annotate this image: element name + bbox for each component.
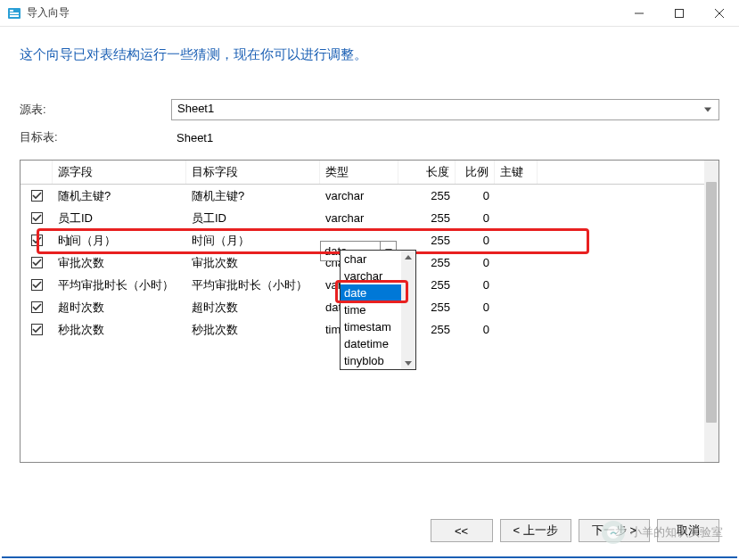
field-mapping-table: 源字段 目标字段 类型 长度 比例 主键 随机主键?随机主键?varchar25… [20, 160, 719, 463]
svg-rect-1 [10, 10, 13, 12]
header-pk[interactable]: 主键 [495, 161, 538, 184]
scrollbar-thumb[interactable] [706, 182, 717, 423]
svg-rect-5 [675, 10, 683, 18]
cell-target[interactable]: 审批次数 [186, 255, 320, 271]
scroll-down-icon[interactable] [401, 357, 415, 369]
table-scrollbar[interactable] [704, 161, 718, 462]
row-checkbox[interactable] [31, 257, 43, 268]
cell-source[interactable]: 审批次数 [53, 255, 186, 271]
cell-source[interactable]: 员工ID [53, 210, 186, 226]
cell-scale[interactable]: 0 [456, 323, 495, 336]
cell-target[interactable]: 随机主键? [186, 188, 320, 204]
row-checkbox[interactable] [31, 279, 43, 291]
source-table-label: 源表: [20, 102, 171, 118]
cell-source[interactable]: 秒批次数 [53, 322, 186, 338]
row-checkbox[interactable] [31, 212, 43, 224]
minimize-button[interactable] [619, 0, 659, 27]
cell-source[interactable]: 平均审批时长（小时） [53, 277, 186, 293]
cell-length[interactable]: 255 [398, 189, 456, 202]
window-title: 导入向导 [27, 5, 70, 21]
type-dropdown-list[interactable]: charvarchardatetimetimestamdatetimetinyb… [340, 250, 416, 370]
row-checkbox[interactable] [31, 301, 43, 313]
titlebar: 导入向导 [0, 0, 739, 27]
bottom-accent-border [2, 556, 737, 558]
cell-length[interactable]: 255 [398, 234, 456, 247]
app-icon [7, 6, 21, 21]
first-button[interactable]: << [431, 519, 493, 542]
cell-length[interactable]: 255 [398, 211, 456, 225]
cell-source[interactable]: 超时次数 [53, 300, 186, 316]
row-checkbox[interactable] [31, 190, 43, 202]
table-row[interactable]: 时间（月）时间（月）date2550 [21, 229, 718, 251]
target-table-value: Sheet1 [171, 131, 213, 144]
row-checkbox[interactable] [31, 324, 43, 335]
source-table-value: Sheet1 [177, 102, 214, 115]
cell-type[interactable]: varchar [320, 211, 398, 225]
cell-scale[interactable]: 0 [456, 278, 495, 292]
cell-target[interactable]: 超时次数 [186, 300, 320, 316]
header-target-field[interactable]: 目标字段 [186, 161, 320, 184]
watermark-text: 小羊的知识实验室 [630, 524, 723, 540]
watermark: 小羊的知识实验室 [602, 521, 723, 544]
cell-source[interactable]: 时间（月） [53, 233, 186, 249]
maximize-button[interactable] [659, 0, 699, 27]
close-button[interactable] [699, 0, 739, 27]
cell-scale[interactable]: 0 [456, 189, 495, 202]
cell-target[interactable]: 秒批次数 [186, 322, 320, 338]
instruction-text: 这个向导已对表结构运行一些猜测，现在你可以进行调整。 [20, 46, 719, 63]
svg-rect-3 [10, 15, 19, 17]
row-checkbox[interactable] [31, 235, 43, 246]
header-length[interactable]: 长度 [398, 161, 456, 184]
cell-target[interactable]: 员工ID [186, 210, 320, 226]
table-header: 源字段 目标字段 类型 长度 比例 主键 [21, 161, 718, 185]
header-scale[interactable]: 比例 [456, 161, 495, 184]
dropdown-scrollbar[interactable] [401, 251, 415, 369]
cell-target[interactable]: 平均审批时长（小时） [186, 277, 320, 293]
table-row[interactable]: 员工ID员工IDvarchar2550 [21, 207, 718, 229]
prev-button[interactable]: < 上一步 [500, 519, 571, 542]
svg-rect-2 [10, 12, 19, 14]
source-table-select[interactable]: Sheet1 [171, 99, 719, 120]
cell-source[interactable]: 随机主键? [53, 188, 186, 204]
cell-scale[interactable]: 0 [456, 256, 495, 269]
scroll-up-icon[interactable] [401, 251, 415, 263]
cell-scale[interactable]: 0 [456, 211, 495, 225]
cell-target[interactable]: 时间（月） [186, 233, 320, 249]
watermark-avatar-icon [602, 521, 625, 544]
window-controls [619, 0, 739, 27]
header-type[interactable]: 类型 [320, 161, 398, 184]
cell-scale[interactable]: 0 [456, 234, 495, 247]
header-source-field[interactable]: 源字段 [53, 161, 186, 184]
cell-type[interactable]: varchar [320, 189, 398, 202]
cell-scale[interactable]: 0 [456, 301, 495, 314]
table-row[interactable]: 随机主键?随机主键?varchar2550 [21, 185, 718, 207]
target-table-label: 目标表: [20, 129, 171, 145]
